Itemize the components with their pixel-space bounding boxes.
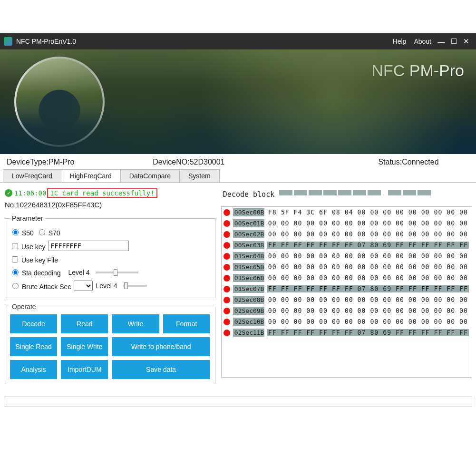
- data-row[interactable]: 02Sec09B00 00 00 00 00 00 00 00 00 00 00…: [222, 305, 471, 316]
- parameter-group: Parameter S50 S70 Use key Use key File S…: [5, 214, 215, 298]
- tab-strip: LowFreqCardHighFreqCardDataCompareSystem: [0, 169, 476, 182]
- data-row[interactable]: 00Sec02B00 00 00 00 00 00 00 00 00 00 00…: [222, 229, 471, 240]
- single-write-button[interactable]: Single Write: [61, 337, 108, 356]
- status-dot-icon: [223, 242, 230, 249]
- status-dot-icon: [223, 297, 230, 303]
- decode-button[interactable]: Decode: [10, 314, 57, 333]
- data-row[interactable]: 01Sec07BFF FF FF FF FF FF FF 07 80 69 FF…: [222, 283, 471, 294]
- sector-label: 02Sec08B: [233, 296, 264, 304]
- data-row[interactable]: 00Sec01B00 00 00 00 00 00 00 00 00 00 00…: [222, 218, 471, 229]
- importdum-button[interactable]: ImportDUM: [61, 360, 108, 379]
- operate-group: Operate DecodeReadWriteFormatSingle Read…: [5, 303, 215, 384]
- s70-radio[interactable]: S70: [37, 228, 60, 237]
- hex-data: 00 00 00 00 00 00 00 00 00 00 00 00 00 0…: [267, 307, 469, 314]
- data-row[interactable]: 00Sec00BF8 5F F4 3C 6F 08 04 00 00 00 00…: [222, 207, 471, 218]
- status-dot-icon: [223, 253, 230, 260]
- data-row[interactable]: 02Sec08B00 00 00 00 00 00 00 00 00 00 00…: [222, 294, 471, 305]
- card-number: No:1022648312(0xF85FF43C): [5, 199, 215, 213]
- brute-sector-select[interactable]: [74, 281, 93, 291]
- status-message: ✓ 11:06:00 IC card read successfully!: [5, 187, 215, 199]
- key-input[interactable]: [48, 241, 129, 251]
- hex-data: 00 00 00 00 00 00 00 00 00 00 00 00 00 0…: [267, 318, 469, 325]
- message-text: IC card read successfully!: [47, 188, 157, 198]
- status-dot-icon: [223, 319, 230, 325]
- sector-label: 00Sec02B: [233, 230, 264, 238]
- sector-label: 02Sec11B: [233, 329, 264, 337]
- s50-radio[interactable]: S50: [10, 228, 34, 237]
- status-dot-icon: [223, 231, 230, 238]
- decode-block-label: Decode block: [223, 190, 274, 199]
- operate-legend: Operate: [10, 303, 38, 311]
- read-button[interactable]: Read: [61, 314, 108, 333]
- brand-title: NFC PM-Pro: [371, 61, 464, 80]
- sector-label: 01Sec05B: [233, 263, 264, 271]
- content-area: ✓ 11:06:00 IC card read successfully! No…: [0, 182, 476, 394]
- window-title: NFC PM-ProEnV1.0: [16, 38, 76, 45]
- data-row[interactable]: 01Sec06B00 00 00 00 00 00 00 00 00 00 00…: [222, 272, 471, 283]
- left-panel: ✓ 11:06:00 IC card read successfully! No…: [3, 185, 218, 391]
- brute-attack-radio[interactable]: Brute Attack Sec: [10, 282, 71, 291]
- write-button[interactable]: Write: [112, 314, 159, 333]
- status-dot-icon: [223, 275, 230, 282]
- single-read-button[interactable]: Single Read: [10, 337, 57, 356]
- message-time: 11:06:00: [14, 189, 46, 197]
- tab-system[interactable]: System: [179, 169, 220, 182]
- decode-progress-blocks: [279, 190, 431, 199]
- data-row[interactable]: 01Sec04B00 00 00 00 00 00 00 00 00 00 00…: [222, 251, 471, 262]
- app-window: NFC PM-ProEnV1.0 Help About — ☐ ✕ NFC PM…: [0, 0, 476, 469]
- hex-data: 00 00 00 00 00 00 00 00 00 00 00 00 00 0…: [267, 253, 469, 260]
- device-no: DeviceNO:52D30001: [153, 158, 348, 166]
- hex-data: FF FF FF FF FF FF FF 07 80 69 FF FF FF F…: [267, 285, 469, 292]
- data-row[interactable]: 00Sec03BFF FF FF FF FF FF FF 07 80 69 FF…: [222, 240, 471, 251]
- data-block-list[interactable]: 00Sec00BF8 5F F4 3C 6F 08 04 00 00 00 00…: [221, 206, 471, 378]
- hex-data: 00 00 00 00 00 00 00 00 00 00 00 00 00 0…: [267, 231, 469, 238]
- tab-datacompare[interactable]: DataCompare: [120, 169, 180, 182]
- hex-data: FF FF FF FF FF FF FF 07 80 69 FF FF FF F…: [267, 242, 469, 249]
- avatar-image: [14, 57, 105, 147]
- sector-label: 01Sec06B: [233, 274, 264, 282]
- close-button[interactable]: ✕: [460, 37, 472, 46]
- footer-bar: [4, 397, 472, 407]
- analysis-button[interactable]: Analysis: [10, 360, 57, 379]
- status-row: DeviceType:PM-Pro DeviceNO:52D30001 Stat…: [0, 154, 476, 169]
- sector-label: 00Sec01B: [233, 219, 264, 227]
- brute-level-label: Level 4: [96, 282, 117, 290]
- brute-level-slider[interactable]: [123, 285, 147, 287]
- sector-label: 01Sec04B: [233, 252, 264, 260]
- format-button[interactable]: Format: [163, 314, 210, 333]
- sector-label: 02Sec09B: [233, 307, 264, 315]
- use-key-file-checkbox[interactable]: Use key File: [10, 255, 58, 264]
- save-data-button[interactable]: Save data: [112, 360, 210, 379]
- data-row[interactable]: 02Sec11BFF FF FF FF FF FF FF 07 80 69 FF…: [222, 327, 471, 338]
- minimize-button[interactable]: —: [435, 38, 447, 46]
- help-menu[interactable]: Help: [393, 38, 407, 45]
- hex-data: 00 00 00 00 00 00 00 00 00 00 00 00 00 0…: [267, 296, 469, 303]
- tab-highfreqcard[interactable]: HighFreqCard: [61, 169, 121, 182]
- decoding-level-slider[interactable]: [96, 272, 138, 273]
- status-dot-icon: [223, 330, 230, 336]
- status-dot-icon: [223, 308, 230, 314]
- decoding-level-label: Level 4: [68, 269, 90, 276]
- write-to-phone-band-button[interactable]: Write to phone/band: [112, 337, 210, 356]
- banner: NFC PM-Pro: [0, 49, 476, 154]
- use-key-checkbox[interactable]: Use key: [10, 242, 45, 251]
- sector-label: 00Sec00B: [233, 208, 264, 216]
- hex-data: 00 00 00 00 00 00 00 00 00 00 00 00 00 0…: [267, 263, 469, 271]
- sector-label: 01Sec07B: [233, 285, 264, 293]
- status-dot-icon: [223, 209, 230, 216]
- titlebar: NFC PM-ProEnV1.0 Help About — ☐ ✕: [0, 33, 476, 49]
- maximize-button[interactable]: ☐: [447, 37, 460, 46]
- decode-header: Decode block: [221, 187, 471, 206]
- bottom-margin: [0, 407, 476, 469]
- tab-lowfreqcard[interactable]: LowFreqCard: [3, 169, 61, 182]
- sta-decoding-radio[interactable]: Sta decoding: [10, 268, 61, 277]
- device-type: DeviceType:PM-Pro: [7, 158, 153, 166]
- data-row[interactable]: 02Sec10B00 00 00 00 00 00 00 00 00 00 00…: [222, 316, 471, 327]
- about-menu[interactable]: About: [414, 38, 431, 45]
- app-icon: [4, 37, 12, 46]
- sector-label: 00Sec03B: [233, 241, 264, 249]
- hex-data: 00 00 00 00 00 00 00 00 00 00 00 00 00 0…: [267, 274, 469, 282]
- data-row[interactable]: 01Sec05B00 00 00 00 00 00 00 00 00 00 00…: [222, 262, 471, 272]
- connection-status: Status:Connected: [348, 158, 469, 166]
- right-panel: Decode block 00Sec00BF8 5F F4 3C 6F 08 0…: [218, 185, 473, 391]
